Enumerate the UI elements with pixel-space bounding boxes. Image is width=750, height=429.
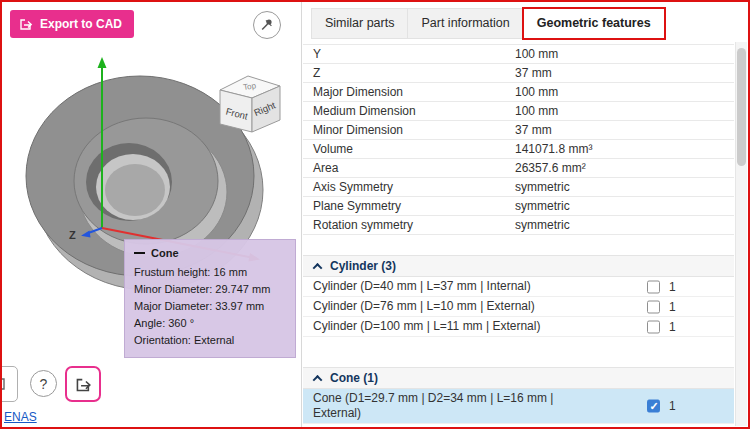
tab-bar: Similar partsPart informationGeometric f… [311, 8, 665, 39]
pin-icon [259, 17, 275, 33]
viewer-toolbar: ? [2, 365, 132, 403]
cone-tooltip: Cone Frustum height: 16 mmMinor Diameter… [124, 239, 296, 358]
app-window: Export to CAD [0, 0, 750, 429]
feature-row[interactable]: Cylinder (D=76 mm | L=10 mm | External)1 [303, 297, 734, 317]
pin-button[interactable] [253, 11, 281, 39]
section-title: Cone (1) [330, 371, 378, 385]
tab-part-information[interactable]: Part information [408, 8, 523, 39]
details-panel: Similar partsPart informationGeometric f… [303, 2, 748, 427]
tooltip-header: Cone [134, 247, 286, 259]
feature-label: Cylinder (D=40 mm | L=37 mm | Internal) [303, 279, 557, 294]
export-part-icon [75, 376, 92, 393]
export-icon [19, 17, 33, 31]
section-title: Cylinder (3) [330, 259, 396, 273]
tooltip-swatch-line [134, 252, 145, 254]
feature-section: Cone (1)Cone (D1=29.7 mm | D2=34 mm | L=… [303, 367, 734, 424]
feature-row[interactable]: Cone (D1=29.7 mm | D2=34 mm | L=16 mm | … [303, 389, 734, 424]
property-value: symmetric [515, 199, 734, 213]
feature-checkbox[interactable] [647, 300, 660, 313]
property-value: symmetric [515, 218, 734, 232]
tab-geometric-features[interactable]: Geometric features [524, 8, 665, 39]
property-row: Volume141071.8 mm³ [303, 140, 734, 159]
property-value: symmetric [515, 180, 734, 194]
frame-icon [2, 375, 8, 393]
feature-section: Cylinder (3)Cylinder (D=40 mm | L=37 mm … [303, 255, 734, 337]
tooltip-line: Major Diameter: 33.97 mm [134, 298, 286, 315]
property-row: Area26357.6 mm² [303, 159, 734, 178]
property-row: Rotation symmetrysymmetric [303, 216, 734, 235]
property-value: 100 mm [515, 104, 734, 118]
export-selection-button[interactable] [65, 366, 101, 402]
property-value: 37 mm [515, 66, 734, 80]
feature-checkbox[interactable] [647, 400, 660, 413]
property-name: Axis Symmetry [303, 180, 515, 194]
property-value: 100 mm [515, 85, 734, 99]
property-value: 26357.6 mm² [515, 161, 734, 175]
property-value: 37 mm [515, 123, 734, 137]
tooltip-line: Minor Diameter: 29.747 mm [134, 281, 286, 298]
feature-label: Cylinder (D=100 mm | L=11 mm | External) [303, 319, 557, 334]
features-content: Y100 mmZ37 mmMajor Dimension100 mmMedium… [303, 39, 734, 427]
property-row: Plane Symmetrysymmetric [303, 197, 734, 216]
property-name: Z [303, 66, 515, 80]
property-name: Volume [303, 142, 515, 156]
feature-count: 1 [669, 399, 676, 413]
tooltip-lines: Frustum height: 16 mmMinor Diameter: 29.… [134, 264, 286, 349]
properties-table: Y100 mmZ37 mmMajor Dimension100 mmMedium… [303, 44, 734, 235]
property-value: 100 mm [515, 47, 734, 61]
property-name: Medium Dimension [303, 104, 515, 118]
clipped-tool-button[interactable] [2, 366, 18, 402]
property-row: Z37 mm [303, 64, 734, 83]
scrollbar[interactable] [735, 42, 747, 426]
property-row: Major Dimension100 mm [303, 83, 734, 102]
property-name: Plane Symmetry [303, 199, 515, 213]
export-button-label: Export to CAD [40, 17, 122, 31]
feature-checkbox[interactable] [647, 280, 660, 293]
property-row: Medium Dimension100 mm [303, 102, 734, 121]
collapse-chevron-icon [313, 374, 323, 384]
property-name: Area [303, 161, 515, 175]
feature-count: 1 [669, 320, 676, 334]
tooltip-line: Orientation: External [134, 332, 286, 349]
help-button[interactable]: ? [30, 370, 57, 397]
feature-label: Cylinder (D=76 mm | L=10 mm | External) [303, 299, 557, 314]
view-cube[interactable]: Top Front Right [207, 57, 292, 137]
collapse-chevron-icon [313, 262, 323, 272]
tooltip-line: Frustum height: 16 mm [134, 264, 286, 281]
export-to-cad-button[interactable]: Export to CAD [10, 10, 134, 38]
property-name: Y [303, 47, 515, 61]
tooltip-line: Angle: 360 ° [134, 315, 286, 332]
tab-similar-parts[interactable]: Similar parts [311, 8, 408, 39]
property-name: Minor Dimension [303, 123, 515, 137]
scrollbar-thumb[interactable] [737, 48, 746, 166]
feature-sections: Cylinder (3)Cylinder (D=40 mm | L=37 mm … [303, 255, 734, 424]
property-row: Minor Dimension37 mm [303, 121, 734, 140]
property-value: 141071.8 mm³ [515, 142, 734, 156]
property-name: Major Dimension [303, 85, 515, 99]
feature-checkbox[interactable] [647, 320, 660, 333]
tooltip-title: Cone [151, 247, 179, 259]
property-row: Axis Symmetrysymmetric [303, 178, 734, 197]
brand-link[interactable]: ENAS [4, 410, 37, 424]
viewer-panel: Export to CAD [2, 2, 302, 427]
feature-label: Cone (D1=29.7 mm | D2=34 mm | L=16 mm | … [303, 391, 557, 421]
axis-z-label: Z [69, 229, 76, 241]
feature-count: 1 [669, 280, 676, 294]
feature-count: 1 [669, 300, 676, 314]
feature-row[interactable]: Cylinder (D=40 mm | L=37 mm | Internal)1 [303, 277, 734, 297]
section-header[interactable]: Cylinder (3) [303, 255, 734, 277]
property-name: Rotation symmetry [303, 218, 515, 232]
feature-row[interactable]: Cylinder (D=100 mm | L=11 mm | External)… [303, 317, 734, 337]
section-header[interactable]: Cone (1) [303, 367, 734, 389]
property-row: Y100 mm [303, 45, 734, 64]
